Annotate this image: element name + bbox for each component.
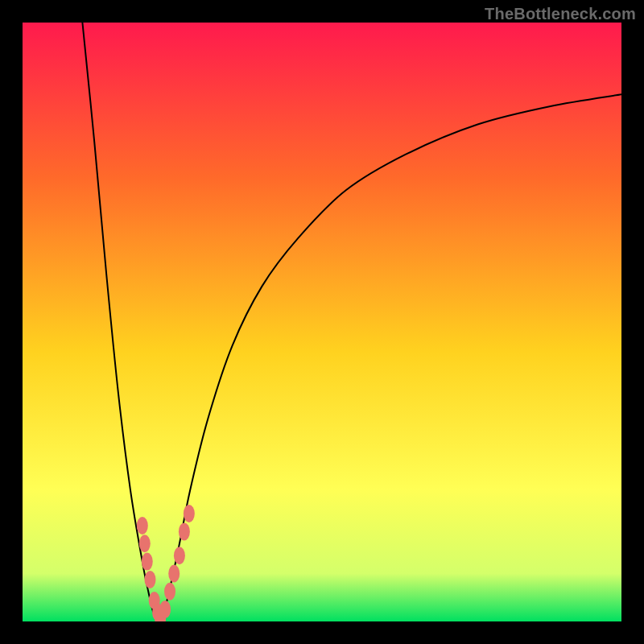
data-point (174, 547, 185, 564)
data-point (144, 571, 155, 588)
data-point (168, 564, 180, 582)
data-point (179, 522, 190, 540)
chart-frame: TheBottleneck.com (0, 0, 644, 644)
data-point (142, 553, 153, 571)
data-point (184, 505, 195, 522)
data-point (164, 583, 175, 601)
watermark-text: TheBottleneck.com (485, 5, 636, 23)
chart-svg (23, 23, 621, 621)
data-point (137, 517, 148, 535)
gradient-background (23, 23, 621, 621)
plot-area (23, 23, 621, 621)
data-point (139, 535, 151, 552)
data-point (159, 601, 171, 618)
